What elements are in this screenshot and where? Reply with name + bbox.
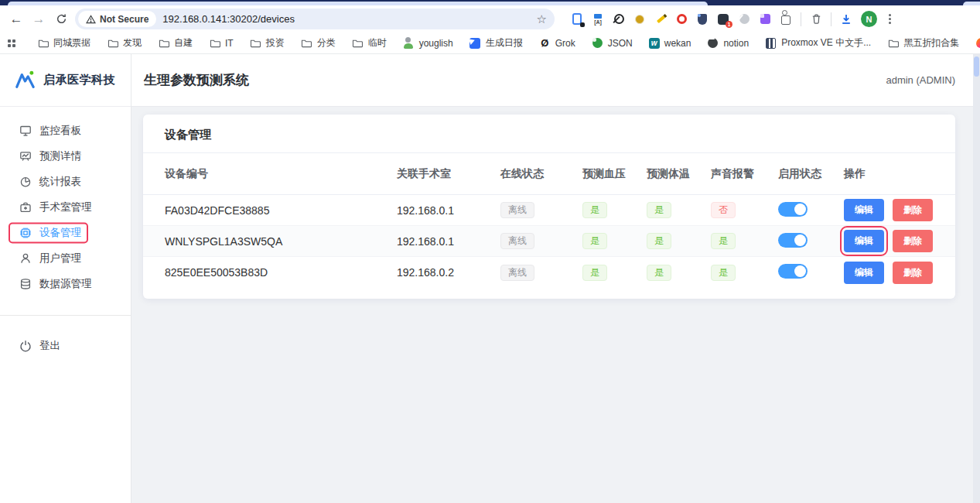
puzzle-icon[interactable]: [780, 13, 792, 26]
bookmark-item[interactable]: IT: [209, 37, 234, 49]
bookmark-item[interactable]: 同城票据: [37, 36, 90, 50]
bookmark-label: 自建: [174, 36, 193, 50]
url-text[interactable]: 192.168.0.141:30202/devices: [162, 13, 295, 25]
bookmark-label: JSON: [608, 38, 633, 49]
translate-icon[interactable]: [A]: [592, 13, 604, 26]
bookmark-star-icon[interactable]: ☆: [537, 12, 547, 26]
gray-sphere-icon[interactable]: [738, 13, 750, 26]
blocker-icon[interactable]: [613, 13, 625, 26]
edit-button[interactable]: 编辑: [844, 262, 884, 284]
card-title: 设备管理: [143, 115, 955, 153]
profile-avatar[interactable]: N: [861, 11, 877, 27]
enabled-toggle[interactable]: [778, 202, 808, 217]
bookmark-item[interactable]: 生成日报: [470, 36, 523, 50]
enabled-toggle[interactable]: [778, 233, 808, 248]
sidebar-item-statistics-report[interactable]: 统计报表: [0, 169, 131, 194]
toolbar-separator: [801, 12, 801, 26]
bookmark-label: wekan: [664, 38, 691, 49]
sidebar-item-device-management[interactable]: 设备管理: [0, 220, 131, 245]
bookmark-item[interactable]: notion: [707, 37, 749, 49]
sound-alarm-badge: 是: [711, 265, 736, 281]
browser-toolbar: ← → Not Secure 192.168.0.141:30202/devic…: [0, 5, 980, 33]
tab-strip-edge: [963, 2, 980, 5]
sound-alarm-badge: 是: [711, 233, 736, 249]
password-icon[interactable]: [571, 13, 583, 26]
shield-icon[interactable]: [696, 13, 709, 26]
bookmark-label: notion: [723, 38, 749, 49]
folder-icon: [37, 37, 49, 49]
pie-chart-icon: [19, 176, 32, 188]
bookmark-label: 黑五折扣合集: [903, 36, 959, 50]
forward-icon[interactable]: →: [30, 11, 47, 28]
predict-bp-badge: 是: [582, 202, 607, 218]
wekan-icon: w: [649, 38, 660, 49]
sidebar-item-datasource-management[interactable]: 数据源管理: [0, 271, 131, 296]
device-id: 825E0EE50053B83D: [165, 266, 397, 279]
dark-app-icon[interactable]: 1: [717, 13, 729, 26]
download-icon[interactable]: [840, 13, 852, 26]
bookmark-label: 发现: [123, 36, 142, 50]
apps-grid-icon[interactable]: [8, 39, 17, 47]
folder-icon: [209, 37, 220, 49]
bookmark-item[interactable]: Proxmox VE 中文手...: [765, 36, 871, 50]
sidebar-item-label: 统计报表: [39, 175, 81, 189]
bookmark-item[interactable]: 自建: [158, 36, 193, 50]
active-tab[interactable]: [8, 2, 708, 5]
sidebar-item-operating-room[interactable]: 手术室管理: [0, 194, 131, 220]
bookmark-item[interactable]: JSON: [592, 37, 633, 49]
bookmark-item[interactable]: youglish: [403, 37, 453, 49]
bookmark-item[interactable]: 临时: [352, 36, 387, 50]
warning-icon: [86, 15, 96, 24]
sidebar-item-label: 数据源管理: [39, 277, 92, 291]
menu-kebab-icon[interactable]: [886, 14, 894, 24]
folder-icon: [887, 37, 899, 49]
not-secure-chip[interactable]: Not Secure: [78, 11, 156, 27]
toolbar-separator: [831, 12, 831, 26]
main-area: 生理参数预测系统 admin (ADMIN) 设备管理 设备编号 关联手术室 在…: [131, 54, 980, 503]
sidebar-item-prediction-detail[interactable]: 预测详情: [0, 143, 131, 169]
tab-strip: [0, 0, 980, 5]
highlighter-icon[interactable]: [654, 13, 667, 26]
sidebar-item-label: 监控看板: [39, 124, 81, 138]
address-bar[interactable]: Not Secure 192.168.0.141:30202/devices ☆: [75, 9, 555, 29]
trash-icon[interactable]: [810, 13, 822, 26]
sidebar-item-user-management[interactable]: 用户管理: [0, 245, 131, 271]
scrollbar-thumb[interactable]: [974, 56, 979, 77]
sidebar-item-monitor-board[interactable]: 监控看板: [0, 118, 131, 143]
delete-button[interactable]: 删除: [893, 199, 933, 221]
bookmark-label: 同城票据: [53, 36, 90, 50]
bookmark-label: 投资: [266, 36, 285, 50]
page-scrollbar[interactable]: [973, 54, 980, 503]
reload-icon[interactable]: [53, 11, 70, 28]
security-label: Not Secure: [100, 14, 149, 25]
bookmark-label: IT: [225, 38, 234, 49]
power-icon: [19, 340, 32, 352]
logout-button[interactable]: 登出: [0, 333, 131, 358]
bookmark-item[interactable]: 投资: [250, 36, 285, 50]
bookmark-item[interactable]: 发现: [107, 36, 142, 50]
bookmark-item[interactable]: Lovable: [975, 37, 980, 49]
page-title: 生理参数预测系统: [144, 71, 249, 89]
back-icon[interactable]: ←: [8, 11, 25, 28]
edit-button[interactable]: 编辑: [844, 199, 884, 221]
monitor-icon: [19, 125, 32, 137]
delete-button[interactable]: 删除: [893, 230, 933, 252]
bookmark-item[interactable]: w wekan: [649, 38, 691, 49]
delete-button[interactable]: 删除: [893, 262, 933, 284]
database-icon: [19, 278, 32, 290]
edit-button-annotated[interactable]: 编辑: [844, 230, 884, 252]
enabled-toggle[interactable]: [778, 264, 808, 279]
bookmark-item[interactable]: Ø Grok: [539, 37, 575, 49]
column-header: 预测体温: [647, 167, 711, 181]
purple-app-icon[interactable]: [759, 13, 771, 26]
red-ring-icon[interactable]: [675, 13, 688, 26]
bookmark-item[interactable]: 分类: [301, 36, 336, 50]
table-row: FA03D42DFCE38885 192.168.0.1 离线 是 是 否 编辑…: [143, 195, 955, 226]
operating-room: 192.168.0.1: [397, 204, 500, 217]
chart-board-icon: [19, 150, 32, 163]
column-header: 关联手术室: [397, 167, 500, 181]
predict-bp-badge: 是: [582, 265, 607, 281]
folder-icon: [352, 37, 364, 49]
yellow-dot-icon[interactable]: [633, 13, 646, 26]
bookmark-item[interactable]: 黑五折扣合集: [887, 36, 959, 50]
